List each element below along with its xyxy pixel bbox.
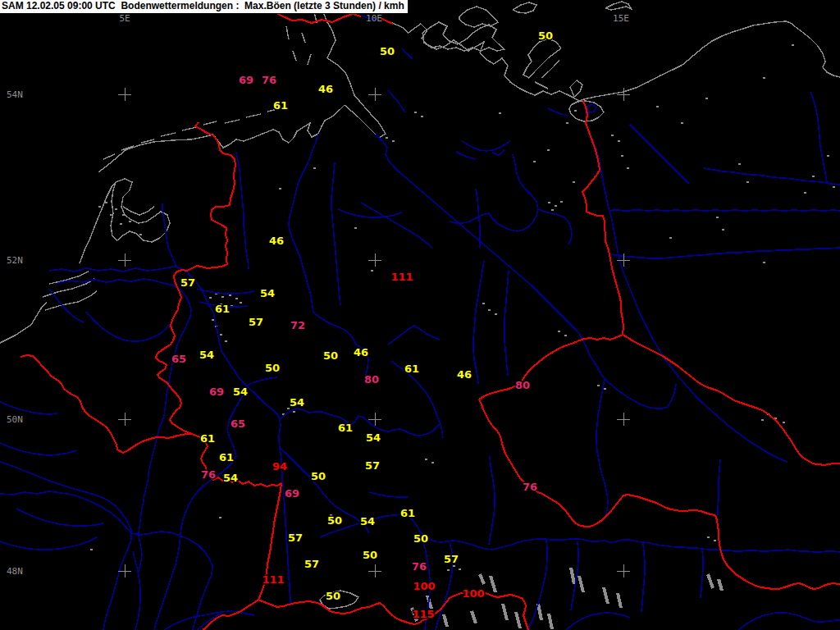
graticule-cross bbox=[118, 88, 131, 101]
graticule-cross bbox=[617, 564, 630, 578]
station-value: 50 bbox=[327, 514, 342, 527]
station-value: 46 bbox=[269, 235, 284, 247]
station-value: 115 bbox=[412, 608, 434, 620]
station-value: 76 bbox=[201, 468, 216, 481]
latitude-label: 52N bbox=[7, 255, 23, 266]
station-value: 46 bbox=[354, 346, 368, 358]
station-value: 57 bbox=[444, 553, 459, 565]
station-value: 50 bbox=[380, 45, 395, 57]
station-value: 54 bbox=[290, 396, 304, 409]
station-value: 61 bbox=[200, 432, 215, 445]
station-value: 72 bbox=[290, 319, 305, 331]
coastline-layer bbox=[0, 0, 840, 609]
title-bar: SAM 12.02.05 09:00 UTC Bodenwettermeldun… bbox=[0, 0, 409, 14]
station-value: 50 bbox=[323, 349, 338, 362]
station-value: 61 bbox=[338, 422, 353, 434]
station-value: 50 bbox=[265, 362, 280, 374]
station-value: 57 bbox=[249, 316, 263, 328]
station-value: 111 bbox=[262, 573, 284, 586]
longitude-label: 5E bbox=[119, 13, 130, 24]
station-value: 61 bbox=[400, 507, 415, 519]
station-value: 50 bbox=[538, 30, 553, 42]
station-value: 61 bbox=[219, 451, 234, 463]
station-value: 54 bbox=[260, 287, 275, 299]
stations-layer: 6976504661504611157546157726554465050614… bbox=[171, 30, 553, 620]
station-value: 65 bbox=[231, 418, 245, 430]
station-value: 80 bbox=[515, 379, 530, 391]
station-value: 76 bbox=[523, 481, 537, 493]
latitude-label: 48N bbox=[7, 566, 23, 577]
station-value: 94 bbox=[272, 460, 287, 472]
station-value: 76 bbox=[262, 74, 276, 86]
station-value: 50 bbox=[363, 549, 377, 561]
station-value: 54 bbox=[360, 515, 375, 527]
station-value: 50 bbox=[311, 470, 326, 482]
station-value: 57 bbox=[304, 558, 319, 570]
station-value: 54 bbox=[366, 431, 381, 444]
station-value: 69 bbox=[209, 386, 224, 398]
graticule-cross bbox=[368, 564, 381, 578]
weather-map-view: SAM 12.02.05 09:00 UTC Bodenwettermeldun… bbox=[0, 0, 840, 630]
station-value: 46 bbox=[457, 368, 472, 381]
latitude-label: 54N bbox=[7, 89, 23, 100]
graticule-cross bbox=[617, 413, 630, 426]
graticule-cross bbox=[368, 88, 381, 101]
station-value: 57 bbox=[365, 459, 380, 472]
station-value: 61 bbox=[404, 363, 419, 375]
station-value: 100 bbox=[462, 587, 484, 600]
station-value: 54 bbox=[199, 349, 214, 361]
station-value: 65 bbox=[171, 353, 186, 365]
station-value: 61 bbox=[215, 303, 230, 315]
station-value: 54 bbox=[223, 472, 238, 484]
graticule-cross bbox=[118, 413, 131, 426]
latitude-label: 50N bbox=[7, 414, 23, 425]
station-value: 57 bbox=[180, 276, 195, 289]
longitude-label: 15E bbox=[613, 13, 629, 24]
station-value: 46 bbox=[318, 83, 333, 95]
station-value: 80 bbox=[364, 373, 379, 386]
station-value: 69 bbox=[239, 74, 253, 86]
station-value: 57 bbox=[288, 532, 303, 544]
station-value: 76 bbox=[412, 560, 427, 573]
longitude-label: 10E bbox=[366, 13, 382, 24]
station-value: 50 bbox=[326, 590, 340, 602]
station-value: 61 bbox=[273, 99, 288, 112]
graticule-cross bbox=[118, 253, 131, 267]
station-value: 54 bbox=[233, 386, 248, 398]
graticule-cross bbox=[368, 253, 381, 267]
station-value: 69 bbox=[285, 487, 299, 500]
station-value: 50 bbox=[413, 532, 428, 545]
station-value: 100 bbox=[413, 580, 435, 592]
borders-layer bbox=[21, 11, 840, 630]
map-canvas: 5E10E15E54N52N50N48N 6976504661504611157… bbox=[0, 0, 840, 630]
graticule-layer bbox=[118, 88, 630, 578]
station-value: 111 bbox=[390, 271, 413, 283]
